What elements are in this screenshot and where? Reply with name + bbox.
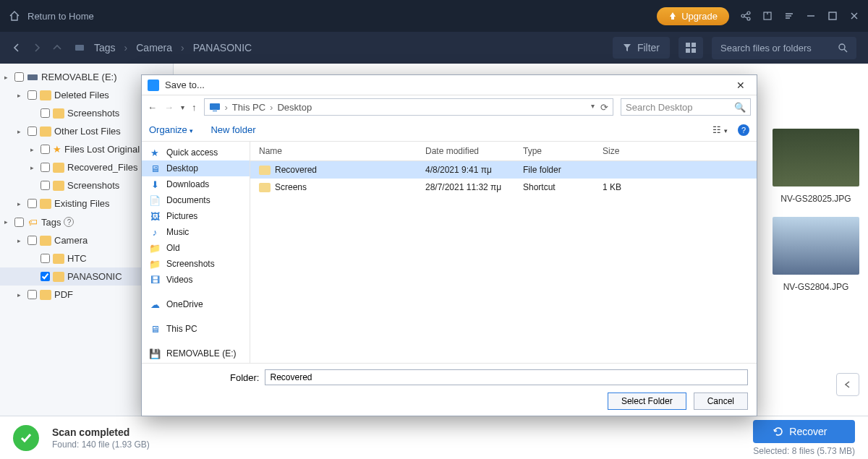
sidebar-item-label: REMOVABLE (E:) (41, 72, 117, 82)
path-segment[interactable]: Desktop (277, 102, 312, 113)
tree-checkbox[interactable] (27, 290, 37, 299)
dialog-close-button[interactable]: ✕ (731, 78, 751, 93)
nav-up-icon[interactable] (52, 43, 62, 53)
column-headers[interactable]: Name Date modified Type Size (250, 142, 757, 161)
side-label: Videos (166, 275, 192, 285)
side-icon: 📁 (149, 243, 161, 253)
sidebar-item-label: Other Lost Files (54, 126, 121, 137)
tree-checkbox[interactable] (41, 145, 50, 154)
sidebar-item-label: Recovered_Files (67, 162, 138, 173)
folder-label: Folder: (230, 372, 259, 383)
svg-rect-5 (75, 45, 84, 51)
crumb[interactable]: Camera (136, 42, 172, 53)
dialog-side-desktop[interactable]: 🖥Desktop (142, 160, 250, 176)
menu-icon[interactable] (784, 11, 794, 21)
dialog-side-downloads[interactable]: ⬇Downloads (142, 176, 250, 192)
tree-checkbox[interactable] (41, 254, 50, 263)
folder-name-input[interactable] (265, 369, 748, 385)
app-titlebar: Return to Home Upgrade (0, 0, 868, 32)
dialog-side-onedrive[interactable]: ☁OneDrive (142, 296, 250, 312)
tree-checkbox[interactable] (14, 72, 24, 82)
svg-point-2 (747, 17, 750, 20)
ui-icon[interactable] (762, 11, 773, 21)
dialog-side-quick-access[interactable]: ★Quick access (142, 145, 250, 160)
tree-checkbox[interactable] (41, 181, 50, 190)
svg-rect-13 (213, 111, 217, 111)
select-folder-button[interactable]: Select Folder (608, 392, 686, 410)
view-mode-button[interactable]: ☷ ▾ (712, 124, 728, 136)
maximize-icon[interactable] (827, 11, 838, 21)
side-label: Pictures (166, 211, 197, 221)
tree-checkbox[interactable] (14, 218, 24, 227)
close-icon[interactable] (849, 11, 859, 21)
crumb[interactable]: PANASONIC (193, 42, 252, 53)
dialog-side-screenshots[interactable]: 📁Screenshots (142, 256, 250, 272)
dialog-path[interactable]: › This PC › Desktop ▾ ⟳ (204, 98, 614, 116)
home-icon[interactable] (9, 10, 20, 22)
side-label: Documents (166, 195, 210, 205)
dialog-side-old[interactable]: 📁Old (142, 240, 250, 256)
side-label: Desktop (166, 163, 198, 173)
dialog-up-icon[interactable]: ↑ (192, 102, 197, 113)
svg-point-10 (839, 44, 845, 50)
cancel-button[interactable]: Cancel (694, 392, 748, 410)
upgrade-button[interactable]: Upgrade (657, 7, 729, 25)
minimize-icon[interactable] (806, 11, 816, 21)
file-row[interactable]: Screens28/7/2021 11:32 πμShortcut1 KB (250, 179, 757, 196)
file-row[interactable]: Recovered4/8/2021 9:41 πμFile folder (250, 161, 757, 179)
side-icon: ⬇ (149, 179, 161, 189)
thumbnail-label: NV-GS2804.JPG (773, 282, 859, 292)
path-segment[interactable]: This PC (232, 102, 265, 113)
return-home-link[interactable]: Return to Home (27, 11, 94, 22)
dialog-icon (148, 80, 159, 91)
view-grid-button[interactable] (678, 37, 703, 59)
drive-icon (74, 42, 85, 53)
dialog-search-input[interactable]: Search Desktop 🔍 (621, 98, 751, 116)
side-icon: ♪ (149, 227, 161, 237)
organize-button[interactable]: Organize ▾ (149, 124, 193, 135)
breadcrumb: Tags › Camera › PANASONIC (74, 42, 252, 53)
selected-info: Selected: 8 files (5.73 MB) (753, 446, 855, 456)
dialog-title: Save to... (165, 80, 205, 90)
dialog-sidebar: ★Quick access🖥Desktop⬇Downloads📄Document… (142, 142, 250, 363)
dialog-side-documents[interactable]: 📄Documents (142, 192, 250, 208)
sidebar-item-label: PANASONIC (67, 271, 122, 282)
thumbnail[interactable] (773, 129, 859, 186)
tree-checkbox[interactable] (27, 90, 37, 100)
tree-checkbox[interactable] (27, 126, 37, 136)
help-icon[interactable]: ? (738, 124, 749, 136)
svg-rect-11 (27, 74, 38, 80)
path-dropdown-icon[interactable]: ▾ (591, 102, 595, 113)
side-label: This PC (166, 324, 197, 334)
dialog-forward-icon[interactable]: → (164, 102, 174, 113)
refresh-icon[interactable]: ⟳ (600, 102, 608, 113)
recover-button[interactable]: Recover (753, 420, 855, 443)
tree-checkbox[interactable] (27, 199, 37, 208)
dialog-side-removable-e-[interactable]: 💾REMOVABLE (E:) (142, 346, 250, 361)
nav-forward-icon[interactable] (32, 43, 42, 53)
tree-checkbox[interactable] (27, 236, 37, 245)
dialog-side-videos[interactable]: 🎞Videos (142, 272, 250, 288)
folder-icon (259, 166, 271, 175)
thumbnail[interactable] (773, 217, 859, 275)
filter-button[interactable]: Filter (613, 37, 670, 59)
info-panel-button[interactable] (836, 373, 859, 396)
save-dialog: Save to... ✕ ← → ▾ ↑ › This PC › Desktop… (141, 74, 757, 416)
chevron-down-icon[interactable]: ▾ (181, 103, 184, 111)
share-icon[interactable] (741, 11, 751, 21)
tree-checkbox[interactable] (41, 272, 50, 281)
dialog-side-pictures[interactable]: 🖼Pictures (142, 208, 250, 224)
side-label: Screenshots (166, 259, 215, 269)
tree-checkbox[interactable] (41, 163, 50, 172)
search-icon (838, 43, 848, 53)
side-icon: 💾 (149, 348, 161, 359)
crumb[interactable]: Tags (94, 42, 116, 53)
dialog-file-list: Name Date modified Type Size Recovered4/… (250, 142, 757, 363)
tree-checkbox[interactable] (41, 108, 50, 118)
search-input[interactable]: Search files or folders (712, 37, 856, 59)
new-folder-button[interactable]: New folder (210, 124, 255, 135)
dialog-back-icon[interactable]: ← (148, 102, 157, 113)
dialog-side-this-pc[interactable]: 🖥This PC (142, 321, 250, 337)
nav-back-icon[interactable] (12, 43, 22, 53)
dialog-side-music[interactable]: ♪Music (142, 224, 250, 240)
